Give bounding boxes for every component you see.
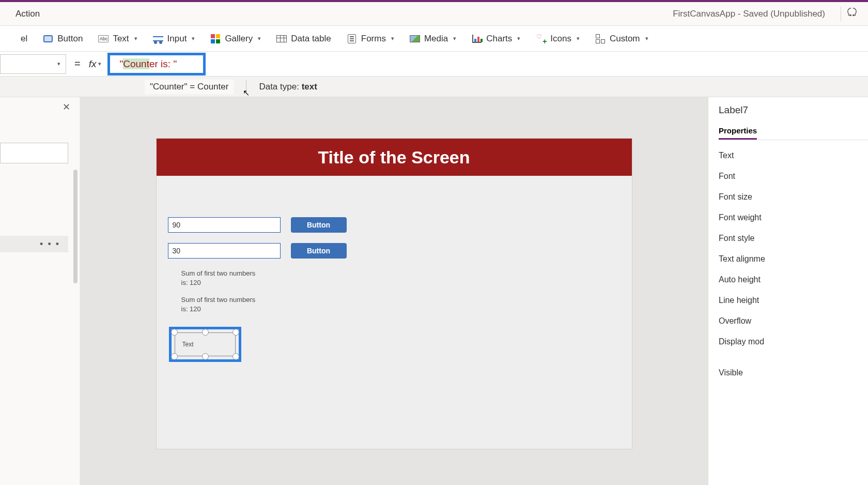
input-icon (153, 34, 163, 43)
sum-label-1[interactable]: Sum of first two numbers is: 120 (181, 269, 264, 287)
datatype-label: Data type: (259, 82, 301, 92)
chevron-down-icon: ▾ (134, 35, 137, 42)
label-suffix: el (21, 34, 27, 44)
ribbon-text-label: Text (113, 34, 129, 44)
icons-icon (536, 34, 546, 43)
insert-ribbon: el Button Abc Text ▾ Input ▾ Gallery ▾ D… (0, 26, 868, 52)
ribbon-forms-label: Forms (361, 34, 386, 44)
prop-visible[interactable]: Visible (719, 362, 868, 383)
datatable-icon (276, 34, 287, 43)
resize-handle-bc[interactable] (202, 353, 209, 360)
formula-highlighted: Count (123, 58, 149, 69)
resize-handle-tr[interactable] (233, 329, 239, 336)
custom-icon (595, 34, 606, 43)
prop-display-mode[interactable]: Display mod (719, 331, 868, 352)
ribbon-tab-action[interactable]: Action (10, 9, 45, 19)
text-icon: Abc (98, 34, 109, 43)
chevron-down-icon: ▾ (577, 35, 580, 42)
titlebar: Action FirstCanvasApp - Saved (Unpublish… (0, 2, 868, 26)
media-icon (410, 34, 420, 43)
ribbon-label-cut[interactable]: el (21, 34, 27, 44)
ribbon-charts[interactable]: Charts ▾ (472, 34, 520, 44)
datatype-value: text (302, 82, 317, 92)
screen-canvas[interactable]: Title of the Screen Button Button Sum of… (157, 139, 632, 449)
intellisense-row: "Counter" = Counter Data type: text ↖ (0, 77, 868, 97)
save-status: FirstCanvasApp - Saved (Unpublished) (673, 9, 825, 19)
ribbon-charts-label: Charts (486, 34, 512, 44)
sum-label-2[interactable]: Sum of first two numbers is: 120 (181, 295, 264, 313)
prop-text[interactable]: Text (719, 145, 868, 166)
ribbon-icons-label: Icons (550, 34, 571, 44)
equals-sign: = (66, 58, 89, 70)
formula-text[interactable]: "Counter is: " (119, 58, 177, 70)
ribbon-input[interactable]: Input ▾ (153, 34, 195, 44)
chevron-down-icon: ▾ (57, 60, 60, 67)
chevron-down-icon: ▾ (645, 35, 648, 42)
selected-control-name: Label7 (719, 104, 868, 116)
button-2[interactable]: Button (291, 243, 347, 259)
ribbon-custom-label: Custom (610, 34, 640, 44)
intellisense-suggestion[interactable]: "Counter" = Counter (145, 80, 234, 94)
prop-font-style[interactable]: Font style (719, 228, 868, 249)
prop-overflow[interactable]: Overflow (719, 311, 868, 331)
chevron-down-icon: ▾ (192, 35, 195, 42)
close-icon[interactable]: ✕ (63, 101, 70, 113)
chevron-down-icon[interactable]: ▾ (98, 60, 101, 67)
chevron-down-icon: ▾ (258, 35, 261, 42)
datatype-hint: Data type: text (259, 82, 317, 92)
ribbon-text[interactable]: Abc Text ▾ (98, 34, 137, 44)
properties-panel: Label7 Properties Text Font Font size Fo… (708, 97, 868, 485)
chevron-down-icon: ▾ (453, 35, 456, 42)
ribbon-gallery[interactable]: Gallery ▾ (210, 34, 261, 44)
resize-handle-tc[interactable] (202, 329, 209, 336)
ribbon-datatable[interactable]: Data table (276, 34, 331, 44)
ribbon-icons[interactable]: Icons ▾ (536, 34, 580, 44)
property-selector[interactable]: ▾ (0, 54, 66, 74)
fx-icon[interactable]: fx (89, 58, 99, 70)
formula-input-highlight[interactable]: "Counter is: " (107, 53, 206, 75)
text-input-1[interactable] (168, 217, 281, 233)
formula-quote-close: " (173, 58, 177, 69)
svg-point-1 (853, 14, 854, 16)
prop-auto-height[interactable]: Auto height (719, 269, 868, 290)
ribbon-media[interactable]: Media ▾ (410, 34, 456, 44)
formula-rest: er is: (149, 58, 173, 69)
tab-properties[interactable]: Properties (719, 123, 757, 140)
prop-font[interactable]: Font (719, 166, 868, 187)
button-icon (43, 34, 53, 43)
ribbon-datatable-label: Data table (291, 34, 331, 44)
formula-bar: ▾ = fx ▾ "Counter is: " (0, 52, 868, 77)
tree-selected-row[interactable]: • • • (0, 236, 68, 252)
chevron-down-icon: ▾ (391, 35, 394, 42)
ribbon-forms[interactable]: Forms ▾ (347, 34, 394, 44)
text-input-2[interactable] (168, 243, 281, 259)
resize-handle-bl[interactable] (171, 353, 178, 360)
prop-line-height[interactable]: Line height (719, 290, 868, 311)
hint-divider (246, 80, 246, 94)
prop-text-alignment[interactable]: Text alignme (719, 249, 868, 269)
canvas-area[interactable]: Title of the Screen Button Button Sum of… (80, 97, 708, 485)
more-icon[interactable]: • • • (40, 239, 60, 250)
ribbon-gallery-label: Gallery (225, 34, 253, 44)
screen-title-label[interactable]: Title of the Screen (157, 139, 632, 176)
properties-list: Text Font Font size Font weight Font sty… (719, 145, 868, 383)
tree-scrollbar[interactable] (73, 170, 78, 283)
selected-label-control[interactable]: Text (169, 327, 241, 362)
prop-font-size[interactable]: Font size (719, 187, 868, 207)
ribbon-button-label: Button (57, 34, 83, 44)
tree-search-input[interactable] (0, 143, 68, 163)
charts-icon (472, 34, 482, 43)
ribbon-button[interactable]: Button (43, 34, 83, 44)
resize-handle-br[interactable] (233, 353, 239, 360)
svg-point-0 (850, 14, 851, 16)
resize-handle-tl[interactable] (171, 329, 178, 336)
ribbon-custom[interactable]: Custom ▾ (595, 34, 648, 44)
titlebar-divider (841, 7, 841, 21)
prop-font-weight[interactable]: Font weight (719, 207, 868, 228)
health-icon[interactable] (846, 7, 858, 21)
selected-label-text: Text (182, 341, 194, 348)
ribbon-media-label: Media (424, 34, 448, 44)
ribbon-input-label: Input (167, 34, 187, 44)
forms-icon (347, 34, 357, 43)
button-1[interactable]: Button (291, 217, 347, 233)
